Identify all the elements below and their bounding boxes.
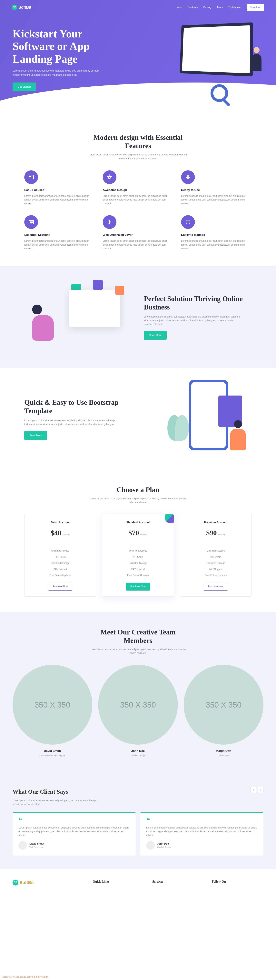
team-member: 350 X 350 David Smith Creative Product D… [13, 665, 93, 757]
nav-links: Home Features Pricing Team Testimonial D… [175, 4, 264, 11]
plan-price: $70Monthly [128, 527, 148, 539]
team-subtitle: Lorem ipsum dolor sit amet, consectetur … [87, 648, 189, 655]
purchase-button[interactable]: Purchase Now [126, 583, 150, 590]
plan-feature: 20+ Users [108, 554, 168, 560]
nav-pricing[interactable]: Pricing [203, 5, 211, 10]
nav-features[interactable]: Features [188, 5, 198, 10]
plan-feature: Free Future Updates [186, 572, 246, 578]
footer-col-follow: Follow On [212, 879, 263, 884]
plan-feature: Free Future Updates [108, 572, 168, 578]
plan-period: Monthly [218, 533, 225, 536]
feature-title: Awesome Design [103, 188, 173, 192]
feature-desc: Lorem ipsum dolor amet dolor alut const … [24, 194, 95, 205]
plan-feature: Unlimited Access [108, 548, 168, 554]
svg-point-0 [109, 176, 110, 177]
hero-title: Kickstart Your Software or App Landing P… [13, 27, 115, 65]
member-name: Marjin Otte [183, 749, 263, 753]
pricing-plan: Basic Account $40Monthly Unlimited Acces… [24, 514, 96, 597]
feature-icon [181, 215, 195, 229]
purchase-button[interactable]: Purchase Now [48, 583, 72, 590]
nav-testimonial[interactable]: Testimonial [228, 5, 241, 10]
footer-logo-text: SoftBit [19, 879, 34, 886]
plan-name: Basic Account [30, 520, 90, 525]
feature-icon [103, 170, 116, 184]
author-name: John Doe [157, 842, 171, 846]
plan-feature: Free Future Updates [30, 572, 90, 578]
feature-item: Well Organized Layer Lorem ipsum dolor a… [103, 215, 173, 250]
features-subtitle: Lorem ipsum dolor amet, consectetur adip… [87, 153, 189, 160]
testimonial-prev-button[interactable]: ‹ [250, 787, 257, 793]
feature-item: Ready to Use Lorem ipsum dolor amet dolo… [181, 170, 252, 205]
hero: Kickstart Your Software or App Landing P… [0, 0, 276, 118]
logo[interactable]: SB SoftBit [12, 4, 31, 10]
footer-col-services: Services [152, 879, 204, 884]
team-title: Meet Our Creative Team Members [89, 628, 187, 645]
pricing-plan: Premium Account $90Monthly Unlimited Acc… [180, 514, 252, 597]
business-readmore-button[interactable]: Read More [144, 331, 167, 340]
feature-title: SaaS Focused [24, 188, 95, 192]
screen-icon [69, 290, 120, 327]
testimonial-author: John Doe Chief of Design [146, 841, 258, 850]
nav-team[interactable]: Team [217, 5, 223, 10]
feature-title: Essential Sections [24, 232, 95, 237]
author-role: Chief of Design [157, 846, 171, 849]
feature-icon [24, 215, 38, 229]
testimonial-text: Lorem ipsum dolor sit amet, consectetur … [146, 826, 258, 837]
testimonial-card: ❝ Lorem ipsum dolor sit amet, consectetu… [13, 812, 136, 856]
plan-feature: Unlimited Access [30, 548, 90, 554]
svg-rect-3 [186, 178, 188, 179]
feature-icon [24, 170, 38, 184]
member-role: Head of Design [98, 754, 178, 757]
feature-icon [181, 170, 195, 184]
feature-desc: Lorem ipsum dolor amet dolor alut const … [181, 194, 252, 205]
testimonial-next-button[interactable]: › [258, 787, 263, 793]
nav-home[interactable]: Home [175, 5, 182, 10]
member-name: David Smith [13, 749, 93, 753]
download-button[interactable]: Download [247, 4, 264, 11]
orange-card-icon [115, 286, 124, 295]
plan-feature: 24/7 Support [186, 566, 246, 572]
purchase-button[interactable]: Purchase Now [204, 583, 228, 590]
svg-rect-2 [188, 175, 190, 177]
footer: SB SoftBit Quick Links Services Follow O… [0, 869, 276, 892]
avatar-placeholder: 350 X 350 [13, 665, 93, 745]
plant-icon [168, 415, 189, 454]
monitor-icon [180, 22, 253, 76]
business-title: Perfect Solution Thriving Online Busines… [144, 294, 252, 312]
plan-price: $40Monthly [51, 527, 70, 539]
plan-feature: 24/7 Support [30, 566, 90, 572]
logo-text: SoftBit [18, 4, 31, 10]
svg-rect-1 [186, 175, 188, 177]
pricing-section: Choose a Plan Lorem ipsum dolor sit amet… [13, 470, 263, 612]
plan-name: Premium Account [186, 520, 246, 525]
pricing-title: Choose a Plan [24, 486, 252, 494]
feature-icon [103, 215, 116, 229]
member-name: John Doe [98, 749, 178, 753]
business-section: Perfect Solution Thriving Online Busines… [0, 266, 276, 368]
business-desc: Lorem Ipsum dolor sit amet, consectetur … [144, 315, 242, 326]
plan-period: Monthly [62, 533, 70, 536]
feature-title: Easily to Manage [181, 232, 252, 237]
plan-features: Unlimited Access20+ UsersUnlimited Stora… [108, 548, 168, 578]
quote-icon: ❝ [18, 818, 130, 823]
testimonials-subtitle: Lorem ipsum dolor sit amet, consectetur … [13, 799, 103, 806]
team-section: Meet Our Creative Team Members Lorem ips… [0, 612, 276, 773]
feature-item: Easily to Manage Lorem ipsum dolor amet … [181, 215, 252, 250]
hero-illustration [122, 27, 263, 106]
feature-desc: Lorem ipsum dolor amet dolor alut const … [24, 239, 95, 250]
get-started-button[interactable]: Get Started [13, 83, 36, 91]
template-desc: Lorem Ipsum dolor sit amet, consectetur … [24, 418, 122, 426]
footer-logo[interactable]: SB SoftBit [13, 879, 85, 886]
plan-feature: Unlimited Storage [108, 560, 168, 566]
template-title: Quick & Easy to Use Bootstrap Template [24, 398, 132, 415]
author-name: David Smith [29, 842, 44, 846]
plan-price: $90Monthly [206, 527, 225, 539]
plan-features: Unlimited Access20+ UsersUnlimited Stora… [186, 548, 246, 578]
feature-title: Ready to Use [181, 188, 252, 192]
template-section: Quick & Easy to Use Bootstrap Template L… [0, 368, 276, 470]
pricing-subtitle: Lorem ipsum dolor sit amet, consectetur … [87, 497, 189, 504]
avatar-placeholder: 350 X 350 [98, 665, 178, 745]
template-readmore-button[interactable]: Read More [24, 431, 47, 440]
testimonial-author: David Smith Web Developer [18, 841, 130, 850]
person-icon [248, 47, 265, 86]
